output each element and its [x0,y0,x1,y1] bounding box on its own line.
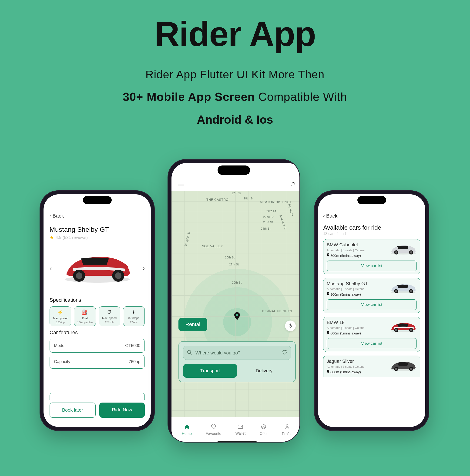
profile-icon [285,424,290,430]
spec-card: ⛽ Fuel 10km per litre [74,306,96,326]
car-thumb [389,242,417,255]
street-label: 26th St [225,256,235,259]
car-image [60,247,134,285]
car-card[interactable]: BMW 18 Automatic | 3 seats | Octane 800m… [323,317,420,352]
bottom-nav: Home Favourite Wallet Offer Profile [171,417,300,442]
car-card[interactable]: BMW Cabriolet Automatic | 3 seats | Octa… [323,239,420,274]
spec-value: 10km per litre [75,321,94,324]
spec-card: ⏱ Max. speed 230kph [99,306,120,326]
search-input[interactable]: Where would you go? [183,346,291,360]
spec-label: Max. speed [100,317,119,320]
nav-label: Offer [260,432,268,436]
street-label: 29th St [232,281,242,284]
back-button[interactable]: ‹ Back [323,213,420,219]
spec-card: ⚡ Max. power 2500hp [50,306,71,326]
street-label: 20th St [266,209,276,213]
chevron-left-icon: ‹ [323,213,325,219]
spec-card: 🌡 0-60mph 2.5sec [123,306,145,326]
spec-icon: ⚡ [51,309,70,315]
spec-icon: ⏱ [100,309,119,315]
back-button[interactable]: ‹ Back [50,213,145,219]
feature-row: Capacity760hp [50,355,145,369]
nav-label: Home [182,432,192,436]
view-car-list-button[interactable]: View car list [327,261,417,271]
toggle-transport[interactable]: Transport [183,364,237,378]
carousel-next[interactable]: › [143,265,145,272]
home-indicator [217,441,257,442]
menu-icon[interactable] [178,182,184,189]
hero-line-2: 30+ Mobile App Screen Compatible With [0,90,470,104]
car-card[interactable]: Jaguar Silver Automatic | 3 seats | Octa… [323,356,420,377]
offer-icon [261,424,266,430]
wallet-icon [237,425,243,430]
car-thumb [389,281,417,294]
spec-icon: 🌡 [124,309,144,315]
spec-label: Fuel [75,317,94,320]
map-label: THE CASTRO [206,198,229,202]
nav-offer[interactable]: Offer [260,424,268,436]
feature-value: 760hp [129,359,140,364]
svg-point-34 [395,368,398,370]
svg-point-5 [236,314,238,316]
view-car-list-button[interactable]: View car list [327,338,417,349]
hero-line-2-bold: 30+ Mobile App Screen [123,90,255,103]
nav-profile[interactable]: Profile [282,424,292,436]
cars-found: 18 cars found [323,232,420,236]
street-label: 23rd St [263,221,273,224]
search-panel: Where would you go? Transport Delivery [179,341,296,382]
available-title: Available cars for ride [323,224,420,231]
hero-line-2-rest: Compatible With [255,90,347,103]
home-icon [184,424,190,430]
locate-button[interactable] [285,321,296,331]
rating: ★ 4.9 (531 reviews) [50,235,145,240]
svg-point-10 [241,426,242,427]
search-icon [187,350,192,356]
spec-value: 230kph [100,321,119,323]
street-label: 18th St [244,197,253,200]
spec-label: Max. power [51,317,70,320]
hero-line-1: Rider App Flutter UI Kit More Then [0,68,470,81]
svg-point-36 [410,368,412,370]
svg-point-31 [328,371,328,371]
svg-point-12 [286,425,288,426]
ride-now-button[interactable]: Ride Now [99,403,145,418]
svg-point-8 [188,350,191,354]
svg-rect-9 [238,425,243,429]
nav-home[interactable]: Home [182,424,192,436]
chevron-left-icon: ‹ [50,213,51,219]
toggle-delivery[interactable]: Delivery [237,364,291,378]
car-thumb [389,320,417,333]
feature-name: Capacity [54,359,70,364]
car-thumb [389,359,417,372]
svg-point-25 [328,332,328,333]
back-label: Back [53,213,64,219]
heart-icon[interactable] [282,350,287,356]
spec-icon: ⛽ [75,309,94,315]
carousel-prev[interactable]: ‹ [50,265,52,272]
spec-value: 2500hp [51,321,70,324]
car-card[interactable]: Mustang Shelby GT Automatic | 3 seats | … [323,278,420,313]
rental-button[interactable]: Rental [179,318,207,331]
svg-point-19 [328,293,328,294]
street-label: Bryant St [288,204,294,217]
svg-point-7 [290,325,291,326]
phone-center: THE CASTRO MISSION DISTRICT NOE VALLEY B… [167,159,300,442]
nav-favourite[interactable]: Favourite [206,424,221,436]
svg-point-18 [410,251,412,254]
map[interactable]: THE CASTRO MISSION DISTRICT NOE VALLEY B… [171,191,300,417]
book-later-button[interactable]: Book later [50,403,96,418]
map-label: MISSION DISTRICT [260,200,291,204]
nav-wallet[interactable]: Wallet [235,425,245,436]
car-title: Mustang Shelby GT [50,226,145,233]
star-icon: ★ [50,235,54,240]
svg-point-24 [410,290,412,292]
bell-icon[interactable] [291,182,296,189]
feature-value: GT5000 [125,343,140,348]
phone-right: ‹ Back Available cars for ride 18 cars f… [314,190,429,431]
svg-point-28 [395,329,398,331]
view-car-list-button[interactable]: View car list [327,299,417,310]
nav-label: Wallet [235,431,245,436]
map-label: BERNAL HEIGHTS [262,309,292,313]
heart-icon [211,424,217,430]
map-label: NOE VALLEY [202,244,223,248]
